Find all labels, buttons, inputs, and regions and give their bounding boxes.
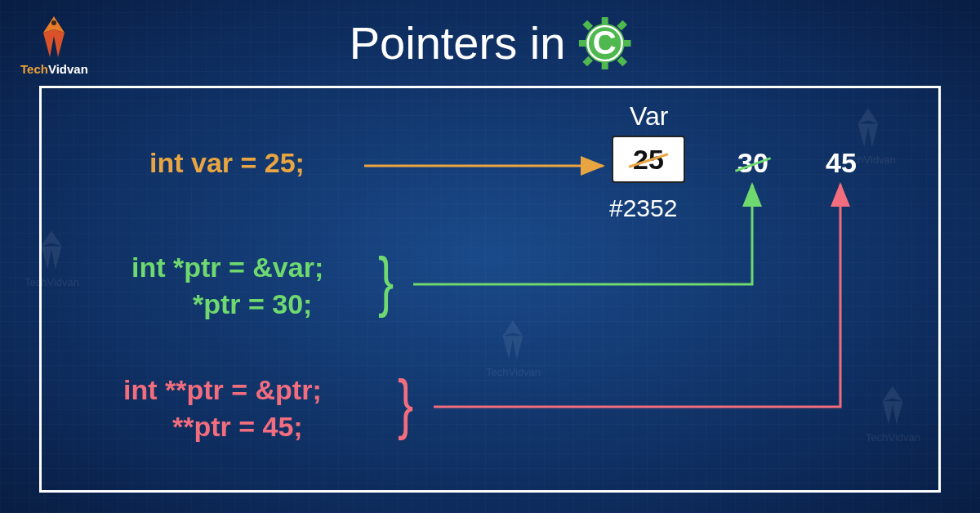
logo-figure-icon <box>35 15 73 60</box>
code-declare-var: int var = 25; <box>149 147 305 179</box>
page-title: Pointers in C <box>350 16 631 69</box>
brace-pink: } <box>398 370 413 437</box>
arrow-pink <box>434 178 846 415</box>
var-box: 25 <box>612 136 685 183</box>
watermark-icon: TechVidvan <box>866 384 920 444</box>
techvidvan-logo: TechVidvan <box>20 15 88 76</box>
svg-point-0 <box>51 20 56 25</box>
diagram-frame: int var = 25; int *ptr = &var; *ptr = 30… <box>39 86 941 493</box>
code-ptr-assign: *ptr = 30; <box>193 288 312 320</box>
code-ptr-decl: int *ptr = &var; <box>131 252 323 283</box>
gear-letter: C <box>593 25 617 61</box>
brace-green: } <box>378 248 394 314</box>
watermark-icon: TechVidvan <box>486 319 541 378</box>
svg-rect-8 <box>582 56 593 66</box>
title-text: Pointers in <box>350 16 566 69</box>
watermark-icon: TechVidvan <box>24 229 79 288</box>
svg-rect-6 <box>582 20 593 30</box>
var-label: Var <box>630 101 668 132</box>
c-gear-icon: C <box>578 17 630 69</box>
svg-rect-7 <box>617 20 627 30</box>
code-dblptr-assign: **ptr = 45; <box>172 411 303 443</box>
svg-rect-9 <box>617 56 627 66</box>
code-dblptr-decl: int **ptr = &ptr; <box>123 374 322 406</box>
watermark-icon: TechVidvan <box>841 106 896 166</box>
logo-text: TechVidvan <box>20 62 88 76</box>
value-30: 30 <box>737 147 768 179</box>
arrow-orange <box>364 162 609 170</box>
var-value: 25 <box>633 144 664 176</box>
